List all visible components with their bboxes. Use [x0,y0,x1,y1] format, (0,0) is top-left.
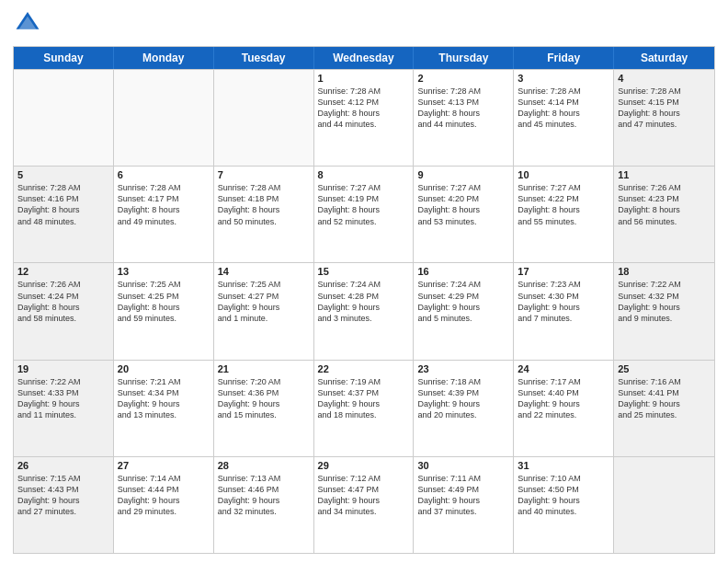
calendar-cell: 12Sunrise: 7:26 AM Sunset: 4:24 PM Dayli… [14,263,114,359]
calendar-cell: 20Sunrise: 7:21 AM Sunset: 4:34 PM Dayli… [114,361,214,456]
calendar-body: 1Sunrise: 7:28 AM Sunset: 4:12 PM Daylig… [14,69,714,553]
day-detail: Sunrise: 7:23 AM Sunset: 4:30 PM Dayligh… [518,279,609,324]
header-day-tuesday: Tuesday [214,47,314,69]
day-detail: Sunrise: 7:28 AM Sunset: 4:18 PM Dayligh… [218,182,310,227]
calendar-cell: 6Sunrise: 7:28 AM Sunset: 4:17 PM Daylig… [114,167,214,262]
calendar-week-2: 5Sunrise: 7:28 AM Sunset: 4:16 PM Daylig… [14,166,714,262]
day-detail: Sunrise: 7:18 AM Sunset: 4:39 PM Dayligh… [417,376,509,421]
day-detail: Sunrise: 7:22 AM Sunset: 4:33 PM Dayligh… [17,376,109,421]
day-number: 27 [118,460,210,471]
header-day-monday: Monday [114,47,214,69]
day-number: 20 [118,363,210,374]
header [13,9,715,39]
header-day-saturday: Saturday [614,47,714,69]
day-number: 7 [218,169,310,180]
calendar-cell [214,70,314,166]
calendar-cell: 21Sunrise: 7:20 AM Sunset: 4:36 PM Dayli… [214,361,314,456]
day-number: 25 [618,363,711,374]
calendar-cell: 11Sunrise: 7:26 AM Sunset: 4:23 PM Dayli… [614,167,714,262]
day-detail: Sunrise: 7:25 AM Sunset: 4:27 PM Dayligh… [218,279,310,324]
calendar-cell: 7Sunrise: 7:28 AM Sunset: 4:18 PM Daylig… [214,167,314,262]
day-detail: Sunrise: 7:12 AM Sunset: 4:47 PM Dayligh… [318,473,410,518]
day-detail: Sunrise: 7:27 AM Sunset: 4:22 PM Dayligh… [518,182,609,227]
calendar-cell: 16Sunrise: 7:24 AM Sunset: 4:29 PM Dayli… [414,263,514,359]
header-day-wednesday: Wednesday [314,47,415,69]
day-detail: Sunrise: 7:11 AM Sunset: 4:49 PM Dayligh… [417,473,509,518]
day-number: 8 [318,169,410,180]
calendar-cell: 5Sunrise: 7:28 AM Sunset: 4:16 PM Daylig… [14,167,114,262]
calendar-cell: 22Sunrise: 7:19 AM Sunset: 4:37 PM Dayli… [314,361,415,456]
calendar-cell: 18Sunrise: 7:22 AM Sunset: 4:32 PM Dayli… [614,263,714,359]
calendar-cell: 3Sunrise: 7:28 AM Sunset: 4:14 PM Daylig… [514,70,614,166]
day-detail: Sunrise: 7:20 AM Sunset: 4:36 PM Dayligh… [218,376,310,421]
calendar-week-3: 12Sunrise: 7:26 AM Sunset: 4:24 PM Dayli… [14,262,714,359]
day-detail: Sunrise: 7:14 AM Sunset: 4:44 PM Dayligh… [118,473,210,518]
calendar-cell: 10Sunrise: 7:27 AM Sunset: 4:22 PM Dayli… [514,167,614,262]
day-number: 11 [618,169,711,180]
calendar-cell: 19Sunrise: 7:22 AM Sunset: 4:33 PM Dayli… [14,361,114,456]
day-number: 17 [518,266,609,277]
calendar-cell: 25Sunrise: 7:16 AM Sunset: 4:41 PM Dayli… [614,361,714,456]
day-detail: Sunrise: 7:17 AM Sunset: 4:40 PM Dayligh… [518,376,609,421]
day-number: 22 [318,363,410,374]
calendar-cell: 31Sunrise: 7:10 AM Sunset: 4:50 PM Dayli… [514,457,614,553]
day-number: 10 [518,169,609,180]
day-detail: Sunrise: 7:28 AM Sunset: 4:12 PM Dayligh… [318,86,410,131]
day-number: 29 [318,460,410,471]
day-detail: Sunrise: 7:27 AM Sunset: 4:19 PM Dayligh… [318,182,410,227]
calendar-cell: 26Sunrise: 7:15 AM Sunset: 4:43 PM Dayli… [14,457,114,553]
calendar-cell: 9Sunrise: 7:27 AM Sunset: 4:20 PM Daylig… [414,167,514,262]
day-detail: Sunrise: 7:26 AM Sunset: 4:24 PM Dayligh… [17,279,109,324]
day-number: 26 [17,460,109,471]
calendar-header-row: SundayMondayTuesdayWednesdayThursdayFrid… [14,47,714,69]
day-number: 6 [118,169,210,180]
day-detail: Sunrise: 7:24 AM Sunset: 4:28 PM Dayligh… [318,279,410,324]
calendar-cell: 27Sunrise: 7:14 AM Sunset: 4:44 PM Dayli… [114,457,214,553]
calendar-cell [614,457,714,553]
day-number: 28 [218,460,310,471]
calendar-week-1: 1Sunrise: 7:28 AM Sunset: 4:12 PM Daylig… [14,69,714,166]
day-number: 1 [318,73,410,84]
calendar-cell: 24Sunrise: 7:17 AM Sunset: 4:40 PM Dayli… [514,361,614,456]
header-day-sunday: Sunday [14,47,114,69]
day-number: 4 [618,73,711,84]
day-number: 13 [118,266,210,277]
calendar-cell: 23Sunrise: 7:18 AM Sunset: 4:39 PM Dayli… [414,361,514,456]
main-container: SundayMondayTuesdayWednesdayThursdayFrid… [0,0,728,563]
calendar-cell: 28Sunrise: 7:13 AM Sunset: 4:46 PM Dayli… [214,457,314,553]
calendar-cell: 1Sunrise: 7:28 AM Sunset: 4:12 PM Daylig… [314,70,415,166]
day-detail: Sunrise: 7:28 AM Sunset: 4:14 PM Dayligh… [518,86,609,131]
calendar-cell: 30Sunrise: 7:11 AM Sunset: 4:49 PM Dayli… [414,457,514,553]
day-detail: Sunrise: 7:28 AM Sunset: 4:13 PM Dayligh… [417,86,509,131]
calendar-cell: 29Sunrise: 7:12 AM Sunset: 4:47 PM Dayli… [314,457,415,553]
day-number: 19 [17,363,109,374]
day-number: 24 [518,363,609,374]
logo-icon [15,9,40,35]
day-number: 14 [218,266,310,277]
day-detail: Sunrise: 7:13 AM Sunset: 4:46 PM Dayligh… [218,473,310,518]
logo [13,9,42,39]
calendar-week-5: 26Sunrise: 7:15 AM Sunset: 4:43 PM Dayli… [14,456,714,553]
day-number: 15 [318,266,410,277]
calendar-cell: 17Sunrise: 7:23 AM Sunset: 4:30 PM Dayli… [514,263,614,359]
day-number: 30 [417,460,509,471]
day-detail: Sunrise: 7:28 AM Sunset: 4:17 PM Dayligh… [118,182,210,227]
header-day-friday: Friday [514,47,614,69]
day-number: 23 [417,363,509,374]
day-number: 31 [518,460,609,471]
calendar-cell: 8Sunrise: 7:27 AM Sunset: 4:19 PM Daylig… [314,167,415,262]
calendar-cell: 15Sunrise: 7:24 AM Sunset: 4:28 PM Dayli… [314,263,415,359]
day-detail: Sunrise: 7:24 AM Sunset: 4:29 PM Dayligh… [417,279,509,324]
day-detail: Sunrise: 7:19 AM Sunset: 4:37 PM Dayligh… [318,376,410,421]
calendar-cell: 2Sunrise: 7:28 AM Sunset: 4:13 PM Daylig… [414,70,514,166]
day-detail: Sunrise: 7:26 AM Sunset: 4:23 PM Dayligh… [618,182,711,227]
day-detail: Sunrise: 7:16 AM Sunset: 4:41 PM Dayligh… [618,376,711,421]
day-detail: Sunrise: 7:27 AM Sunset: 4:20 PM Dayligh… [417,182,509,227]
calendar: SundayMondayTuesdayWednesdayThursdayFrid… [13,46,715,554]
header-day-thursday: Thursday [414,47,514,69]
calendar-cell: 4Sunrise: 7:28 AM Sunset: 4:15 PM Daylig… [614,70,714,166]
day-detail: Sunrise: 7:15 AM Sunset: 4:43 PM Dayligh… [17,473,109,518]
day-number: 3 [518,73,609,84]
calendar-cell [114,70,214,166]
day-number: 12 [17,266,109,277]
